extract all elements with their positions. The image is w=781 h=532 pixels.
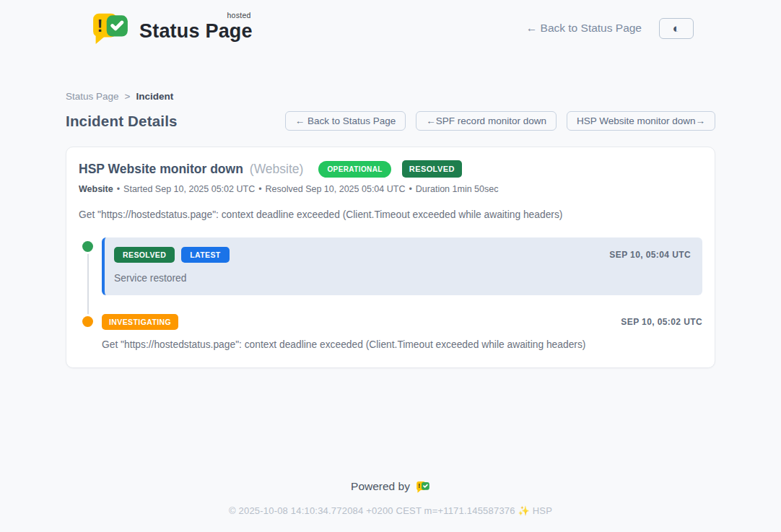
next-incident-button[interactable]: HSP Website monitor down→ (567, 111, 715, 131)
half-circle-contrast-icon: ◐ (673, 22, 680, 35)
meta-separator: • (117, 184, 120, 194)
page-title: Incident Details (66, 113, 178, 130)
copyright-line: © 2025-10-08 14:10:34.772084 +0200 CEST … (0, 505, 781, 516)
incident-title-row: HSP Website monitor down (Website) OPERA… (79, 160, 702, 178)
update-message: Service restored (114, 273, 691, 284)
header-back-link[interactable]: ← Back to Status Page (526, 22, 642, 35)
latest-badge: LATEST (181, 247, 229, 263)
logo-text-wrap: hosted Status Page (139, 12, 253, 43)
statuspage-logo-icon: ! (89, 12, 132, 45)
breadcrumb-status-page[interactable]: Status Page (66, 91, 119, 102)
meta-started: Started Sep 10, 2025 05:02 UTC (123, 184, 255, 194)
green-dot-icon (82, 241, 93, 252)
orange-dot-icon (82, 316, 93, 327)
timeline-rail (79, 314, 102, 350)
incident-nav-buttons: ← Back to Status Page ←SPF record monito… (285, 111, 715, 131)
timeline-entry-content: RESOLVED LATEST SEP 10, 05:04 UTC Servic… (102, 237, 702, 295)
incident-timeline: RESOLVED LATEST SEP 10, 05:04 UTC Servic… (79, 237, 702, 350)
badges-row: RESOLVED LATEST SEP 10, 05:04 UTC (114, 247, 691, 263)
timeline-entry-resolved: RESOLVED LATEST SEP 10, 05:04 UTC Servic… (79, 237, 702, 295)
breadcrumb-incident: Incident (136, 91, 173, 102)
prev-incident-button[interactable]: ←SPF record monitor down (416, 111, 557, 131)
meta-separator: • (409, 184, 411, 194)
timeline-connector-line (87, 253, 89, 318)
meta-separator: • (258, 184, 261, 194)
update-timestamp: SEP 10, 05:04 UTC (609, 250, 691, 260)
meta-component: Website (79, 184, 113, 194)
logo-title: Status Page (139, 20, 253, 42)
back-to-status-page-button[interactable]: ← Back to Status Page (285, 111, 406, 131)
powered-by: Powered by ! (0, 480, 781, 493)
breadcrumb: Status Page > Incident (66, 91, 715, 102)
incident-title: HSP Website monitor down (79, 162, 243, 177)
breadcrumb-separator: > (125, 91, 131, 102)
investigating-badge: INVESTIGATING (102, 314, 178, 330)
page-footer: Powered by ! © 2025-10-08 14:10:34.77208… (0, 480, 781, 532)
latest-update-box: RESOLVED LATEST SEP 10, 05:04 UTC Servic… (102, 237, 702, 295)
svg-text:!: ! (418, 482, 420, 489)
logo-hosted-label: hosted (227, 11, 250, 19)
page-header: ! hosted Status Page ← Back to Status Pa… (0, 0, 781, 55)
main-content: Status Page > Incident Incident Details … (66, 55, 715, 368)
update-message: Get "https://hostedstatus.page": context… (102, 339, 702, 350)
incident-description: Get "https://hostedstatus.page": context… (79, 209, 702, 220)
incident-component: (Website) (250, 162, 304, 177)
timeline-entry-investigating: INVESTIGATING SEP 10, 05:02 UTC Get "htt… (79, 314, 702, 350)
timeline-entry-content: INVESTIGATING SEP 10, 05:02 UTC Get "htt… (102, 314, 702, 350)
incident-card: HSP Website monitor down (Website) OPERA… (66, 147, 715, 368)
powered-by-label: Powered by (351, 480, 410, 493)
svg-text:!: ! (97, 16, 102, 35)
header-right: ← Back to Status Page ◐ (526, 18, 694, 39)
resolved-status-badge: RESOLVED (402, 160, 462, 178)
incident-meta: Website • Started Sep 10, 2025 05:02 UTC… (79, 184, 702, 194)
statuspage-logo[interactable]: ! hosted Status Page (89, 12, 253, 45)
meta-resolved: Resolved Sep 10, 2025 05:04 UTC (266, 184, 406, 194)
resolved-badge: RESOLVED (114, 247, 175, 263)
update-timestamp: SEP 10, 05:02 UTC (621, 317, 702, 327)
theme-toggle-button[interactable]: ◐ (659, 18, 694, 39)
badges-row: INVESTIGATING SEP 10, 05:02 UTC (102, 314, 702, 330)
operational-status-badge: OPERATIONAL (318, 161, 390, 178)
timeline-rail (79, 237, 102, 295)
title-row: Incident Details ← Back to Status Page ←… (66, 111, 715, 131)
statuspage-mini-logo-icon[interactable]: ! (416, 481, 430, 493)
meta-duration: Duration 1min 50sec (416, 184, 499, 194)
